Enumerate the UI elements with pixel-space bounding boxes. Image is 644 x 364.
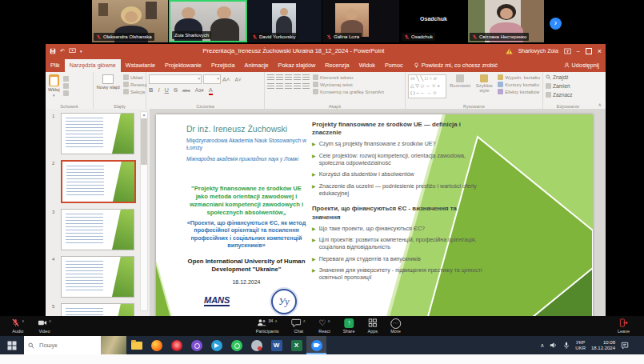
bold-button[interactable]: [149, 86, 153, 94]
align-center-icon[interactable]: [276, 83, 283, 89]
language-indicator[interactable]: УКР UKR: [575, 340, 586, 351]
participant-tile-osadchuk[interactable]: Osadchuk Osadchuk: [400, 0, 467, 42]
section-button[interactable]: Sekcja: [123, 89, 146, 94]
copy-icon[interactable]: [63, 83, 69, 89]
app-icon[interactable]: [246, 336, 266, 354]
participant-tile-loza[interactable]: Galina Loza: [322, 0, 399, 42]
share-screen-button[interactable]: Share: [337, 316, 362, 336]
thumbnail-scrollbar[interactable]: ▴: [140, 111, 148, 311]
align-text-button[interactable]: Wyrównaj tekst: [313, 82, 384, 87]
audio-options-caret-icon[interactable]: [22, 318, 25, 323]
search-input[interactable]: [38, 341, 87, 350]
tab-recenzja[interactable]: Recenzja: [320, 59, 354, 72]
firefox-icon[interactable]: [146, 336, 166, 354]
react-caret-icon[interactable]: [327, 318, 330, 323]
participant-tile-nesterenko[interactable]: Світлана Нестеренко: [468, 0, 544, 42]
chat-button[interactable]: Chat: [285, 316, 312, 336]
react-button[interactable]: React: [312, 316, 337, 336]
paste-button[interactable]: Wklej: [48, 74, 60, 102]
decrease-indent-icon[interactable]: [285, 74, 292, 80]
slide-thumbnail-5[interactable]: [61, 303, 134, 316]
layout-button[interactable]: Układ: [123, 74, 146, 80]
slide-thumbnail-1[interactable]: [61, 113, 134, 154]
excel-icon[interactable]: [286, 336, 306, 354]
numbering-icon[interactable]: [276, 74, 283, 80]
justify-icon[interactable]: [294, 83, 301, 89]
change-case-button[interactable]: [195, 86, 204, 94]
browser-icon[interactable]: [166, 336, 186, 354]
scroll-up-icon[interactable]: ▴: [141, 112, 147, 118]
quick-styles-button[interactable]: Szybkie style: [474, 74, 494, 102]
leave-button[interactable]: Leave: [611, 316, 636, 336]
slideshow-icon[interactable]: [69, 48, 76, 54]
taskbar-search-box[interactable]: [24, 336, 126, 354]
file-explorer-icon[interactable]: [126, 336, 146, 354]
restore-button[interactable]: [586, 48, 592, 54]
search-spotlight-image[interactable]: [101, 336, 126, 354]
italic-button[interactable]: [158, 86, 159, 94]
start-button[interactable]: [0, 336, 24, 354]
close-button[interactable]: [598, 47, 602, 55]
tab-przejscia[interactable]: Przejścia: [206, 59, 240, 72]
taskbar-clock[interactable]: 10:08 18.12.2024: [591, 340, 615, 351]
participant-tile-olshanska[interactable]: Oleksandra Olshanska: [92, 0, 168, 42]
tab-animacje[interactable]: Animacje: [240, 59, 274, 72]
replace-button[interactable]: Zamień: [546, 83, 573, 89]
font-size-select[interactable]: [203, 74, 221, 84]
tab-pomoc[interactable]: Pomoc: [380, 59, 408, 72]
tab-narzedzia-glowne[interactable]: Narzędzia główne: [65, 59, 121, 72]
account-name[interactable]: Sharlovych Zoia: [518, 48, 558, 54]
chat-caret-icon[interactable]: [302, 318, 306, 323]
slide-canvas[interactable]: Dr inż. Ireneusz Żuchowski Międzynarodow…: [156, 114, 593, 316]
video-button[interactable]: Video: [31, 316, 58, 336]
word-icon[interactable]: [266, 336, 286, 354]
increase-font-icon[interactable]: [222, 76, 230, 83]
font-name-select[interactable]: [149, 74, 202, 84]
participants-button[interactable]: 34 Participants: [250, 316, 286, 336]
audio-button[interactable]: Audio: [5, 316, 31, 336]
share-document-button[interactable]: Udostępnij: [558, 59, 606, 72]
mic-tray-icon[interactable]: [563, 342, 570, 350]
apps-button[interactable]: Apps: [361, 316, 384, 336]
tell-me-box[interactable]: Powiedz mi, co chcesz zrobić: [408, 59, 503, 72]
find-button[interactable]: Znajdź: [546, 74, 573, 80]
columns-icon[interactable]: [302, 83, 310, 89]
viber-icon[interactable]: [186, 336, 206, 354]
new-slide-button[interactable]: Nowy slajd: [96, 74, 120, 102]
whatsapp-icon[interactable]: [226, 336, 246, 354]
tab-widok[interactable]: Widok: [354, 59, 380, 72]
participant-tile-sharlovych[interactable]: Zoia Sharlovych: [169, 0, 247, 42]
tab-pokaz-slajdow[interactable]: Pokaz slajdów: [274, 59, 321, 72]
font-color-button[interactable]: [209, 86, 213, 94]
participant-tile-yurkovskiy[interactable]: David Yurkovskiy: [248, 0, 322, 42]
ribbon-display-options-icon[interactable]: [564, 48, 571, 54]
slide-thumbnail-3[interactable]: [61, 209, 134, 250]
next-participants-button[interactable]: [550, 18, 562, 30]
zoom-app-icon[interactable]: [306, 336, 326, 354]
shape-effects-button[interactable]: Efekty kształtów: [498, 89, 540, 94]
action-center-icon[interactable]: [621, 342, 629, 350]
increase-indent-icon[interactable]: [294, 74, 301, 80]
tab-plik[interactable]: Plik: [46, 59, 65, 72]
text-direction-button[interactable]: Kierunek tekstu: [313, 74, 384, 80]
clear-formatting-icon[interactable]: [182, 86, 190, 94]
scrollbar-thumb[interactable]: [141, 118, 147, 165]
tab-wstawianie[interactable]: Wstawianie: [121, 59, 160, 72]
smartart-button[interactable]: Konwertuj na grafikę SmartArt: [313, 89, 384, 94]
speaker-icon[interactable]: [550, 342, 558, 349]
underline-button[interactable]: [165, 86, 169, 94]
collapse-ribbon-icon[interactable]: [598, 102, 602, 107]
align-right-icon[interactable]: [285, 83, 292, 89]
shape-fill-button[interactable]: Wypełn. kształtu: [498, 74, 540, 80]
participants-caret-icon[interactable]: [274, 318, 278, 323]
slide-thumbnail-4[interactable]: [61, 256, 134, 298]
slide-thumbnail-2-selected[interactable]: [61, 160, 136, 203]
bullets-icon[interactable]: [267, 74, 274, 80]
select-button[interactable]: Zaznacz: [546, 92, 573, 98]
reset-button[interactable]: Resetuj: [123, 82, 146, 87]
title-bar[interactable]: Prezentacja_Ireneusz Żuchowski Ukraina 1…: [46, 44, 606, 58]
line-spacing-icon[interactable]: [302, 74, 310, 80]
video-options-caret-icon[interactable]: [49, 318, 52, 323]
undo-icon[interactable]: [60, 48, 65, 54]
tab-projektowanie[interactable]: Projektowanie: [160, 59, 206, 72]
